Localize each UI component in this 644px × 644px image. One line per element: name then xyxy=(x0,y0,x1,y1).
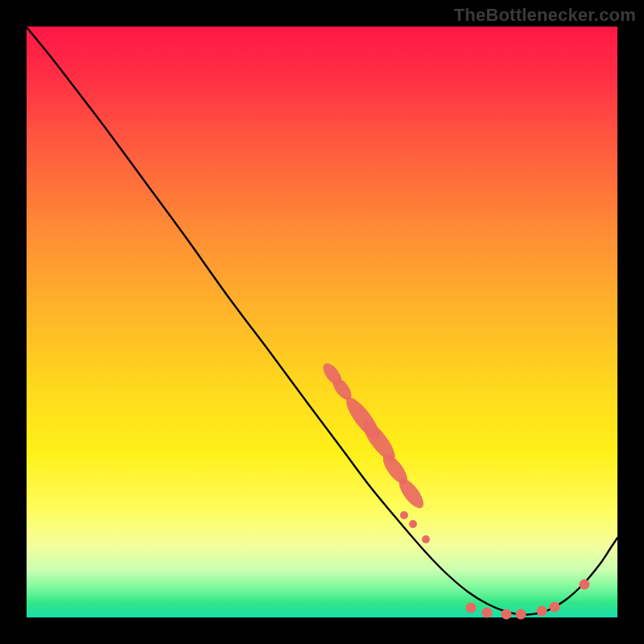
marker-dot xyxy=(537,606,547,617)
chart-frame: TheBottlenecker.com xyxy=(0,0,644,644)
marker-cluster-group xyxy=(320,360,427,512)
marker-dot xyxy=(482,608,493,618)
marker-points-group xyxy=(466,580,590,620)
marker-dot xyxy=(516,609,526,620)
marker-dot xyxy=(580,580,590,590)
plot-area xyxy=(27,27,617,617)
marker-dot xyxy=(550,602,560,613)
marker-dot xyxy=(466,603,477,613)
marker-smalldot xyxy=(422,535,430,543)
chart-svg xyxy=(27,27,617,617)
marker-smalldot xyxy=(400,511,408,519)
attribution-label: TheBottlenecker.com xyxy=(454,5,636,26)
marker-cluster xyxy=(395,475,428,512)
marker-dot xyxy=(502,609,512,620)
marker-smalldot xyxy=(409,520,417,528)
bottleneck-curve xyxy=(27,28,617,614)
